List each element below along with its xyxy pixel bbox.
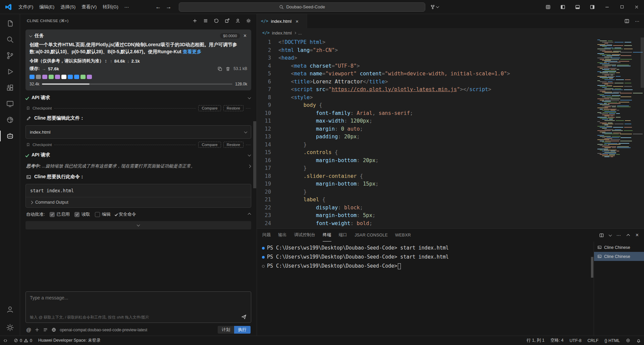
line-number[interactable]: 4	[257, 62, 278, 70]
line-number[interactable]: 5	[257, 70, 278, 78]
code-line[interactable]: 21 label {	[257, 196, 595, 204]
line-number[interactable]: 3	[257, 54, 278, 62]
code-line[interactable]: 14 }	[257, 141, 595, 149]
act-mode-button[interactable]: 执行	[234, 326, 251, 334]
code-line[interactable]: 13 padding: 20px;	[257, 133, 595, 141]
code-line[interactable]: 7 <script src="https://cdn.plot.ly/plotl…	[257, 86, 595, 94]
line-number[interactable]: 1	[257, 39, 278, 47]
code-line[interactable]: 20 }	[257, 188, 595, 196]
line-number[interactable]: 10	[257, 110, 278, 118]
chevron-up-icon[interactable]	[248, 213, 251, 216]
code-line[interactable]: 24 font-weight: bold;	[257, 220, 595, 228]
toggle-secondary-sidebar-button[interactable]	[585, 0, 600, 14]
sidebar-item-ai-assistant[interactable]	[0, 112, 20, 128]
panel-split-icon[interactable]	[599, 233, 604, 238]
sidebar-item-remote-explorer[interactable]	[0, 96, 20, 112]
open-in-editor-button[interactable]	[222, 16, 232, 25]
toggle-panel-button[interactable]	[570, 0, 585, 14]
problems-status[interactable]: 0 0	[11, 336, 35, 345]
layout-grid-button[interactable]	[541, 0, 555, 14]
menu-item[interactable]: 转到(G)	[100, 2, 121, 12]
chevron-down-icon[interactable]	[608, 233, 612, 236]
code-line[interactable]: 3<head>	[257, 54, 595, 62]
api-request-row[interactable]: API 请求	[25, 93, 251, 102]
command-text[interactable]: start index.html	[26, 184, 251, 197]
close-task-icon[interactable]: ×	[243, 33, 247, 39]
auto-approve-checkbox[interactable]: 读取	[74, 211, 90, 217]
branch-sync-control[interactable]	[430, 4, 439, 10]
forward-icon[interactable]: →	[166, 4, 171, 10]
code-line[interactable]: 11 max-width: 1200px;	[257, 117, 595, 125]
split-editor-icon[interactable]	[624, 18, 630, 24]
line-number[interactable]: 21	[257, 196, 278, 204]
code-editor[interactable]: 1<!DOCTYPE html>2<html lang="zh-CN">3<he…	[257, 38, 644, 228]
panel-tab-调试控制台[interactable]: 调试控制台	[294, 229, 316, 242]
sidebar-item-search[interactable]	[0, 31, 20, 48]
sidebar-item-accounts[interactable]	[0, 301, 20, 318]
restore-button[interactable]: Restore	[223, 105, 244, 111]
line-number[interactable]: 19	[257, 180, 278, 188]
code-line[interactable]: 15 .controls {	[257, 149, 595, 157]
statusbar-item[interactable]: 行 1, 列 1	[524, 336, 547, 345]
line-number[interactable]: 22	[257, 204, 278, 212]
menu-item[interactable]: 选择(S)	[57, 2, 78, 12]
code-line[interactable]: 4 <meta charset="UTF-8">	[257, 62, 595, 70]
code-line[interactable]: 9 body {	[257, 101, 595, 110]
panel-more-icon[interactable]: ⋯	[616, 233, 621, 238]
copy-icon[interactable]	[217, 66, 222, 71]
statusbar-item[interactable]: UTF-8	[567, 336, 584, 345]
line-number[interactable]: 2	[257, 47, 278, 55]
chat-scroll-area[interactable]: 任务 $0.0000 × 创建一个单文件HTML页面,使用Plotly,js(通…	[20, 27, 257, 289]
line-number[interactable]: 7	[257, 86, 278, 94]
thinking-row[interactable]: 思考中: ...旋转缩放 我已经完成了所有这些要求，现在需要打开页面验证功能是否…	[25, 162, 251, 170]
panel-tab-WEBXR[interactable]: WEBXR	[395, 229, 411, 242]
sidebar-item-extensions[interactable]	[0, 80, 20, 96]
at-context-button[interactable]: @	[26, 327, 31, 333]
line-number[interactable]: 8	[257, 94, 278, 102]
code-line[interactable]: 2<html lang="zh-CN">	[257, 47, 595, 55]
remote-indicator[interactable]	[0, 336, 11, 345]
terminal-scrollbar[interactable]	[591, 257, 593, 278]
line-number[interactable]: 12	[257, 125, 278, 133]
message-input[interactable]: Type a message... 输入 @ 获取上下文, / 获取斜杠命令和工…	[25, 291, 251, 323]
auto-approve-checkbox[interactable]: 已启用	[50, 211, 70, 217]
compare-button[interactable]: Compare	[198, 105, 221, 111]
sidebar-scrollbar[interactable]	[253, 121, 256, 188]
line-number[interactable]: 6	[257, 78, 278, 86]
code-line[interactable]: 18 .slider-container {	[257, 172, 595, 181]
api-request-row[interactable]: API 请求	[25, 151, 251, 159]
line-number[interactable]: 15	[257, 149, 278, 157]
menu-item[interactable]: 查看(V)	[78, 2, 100, 12]
expand-collapse-bar[interactable]	[25, 221, 251, 229]
auto-approve-checkbox[interactable]: 编辑	[95, 211, 111, 217]
minimap-slider[interactable]	[641, 38, 644, 88]
code-line[interactable]: 23 margin-bottom: 5px;	[257, 212, 595, 220]
line-number[interactable]: 23	[257, 212, 278, 220]
line-number[interactable]: 20	[257, 188, 278, 196]
panel-close-icon[interactable]: ×	[636, 232, 639, 238]
command-center-search[interactable]: Doubao-Seed-Code	[179, 2, 425, 12]
tab-index-html[interactable]: </> index.html ×	[257, 14, 307, 28]
compare-button[interactable]: Compare	[198, 142, 221, 148]
menu-item[interactable]: 文件(F)	[15, 2, 36, 12]
sidebar-item-explorer[interactable]	[0, 15, 20, 31]
chevron-down-icon[interactable]	[29, 34, 33, 37]
minimap[interactable]	[595, 38, 644, 228]
code-line[interactable]: 6 <title>Lorenz Attractor</title>	[257, 78, 595, 86]
line-number[interactable]: 14	[257, 141, 278, 149]
code-line[interactable]: 5 <meta name="viewport" content="width=d…	[257, 70, 595, 78]
code-line[interactable]: 1<!DOCTYPE html>	[257, 39, 595, 47]
maximize-button[interactable]	[614, 0, 629, 14]
settings-button[interactable]	[244, 16, 253, 25]
code-line[interactable]: 16 margin-bottom: 20px;	[257, 157, 595, 165]
notifications-icon[interactable]	[633, 336, 644, 345]
code-line[interactable]: 12 margin: 0 auto;	[257, 125, 595, 133]
sidebar-item-settings[interactable]	[0, 320, 20, 336]
trash-icon[interactable]	[225, 66, 230, 71]
terminal-list-item[interactable]: Cline Chinese	[594, 243, 644, 252]
panel-maximize-icon[interactable]	[626, 233, 631, 237]
new-task-button[interactable]	[190, 16, 200, 25]
line-number[interactable]: 24	[257, 220, 278, 228]
code-line[interactable]: 17 }	[257, 164, 595, 172]
panel-tab-输出[interactable]: 输出	[278, 229, 286, 242]
